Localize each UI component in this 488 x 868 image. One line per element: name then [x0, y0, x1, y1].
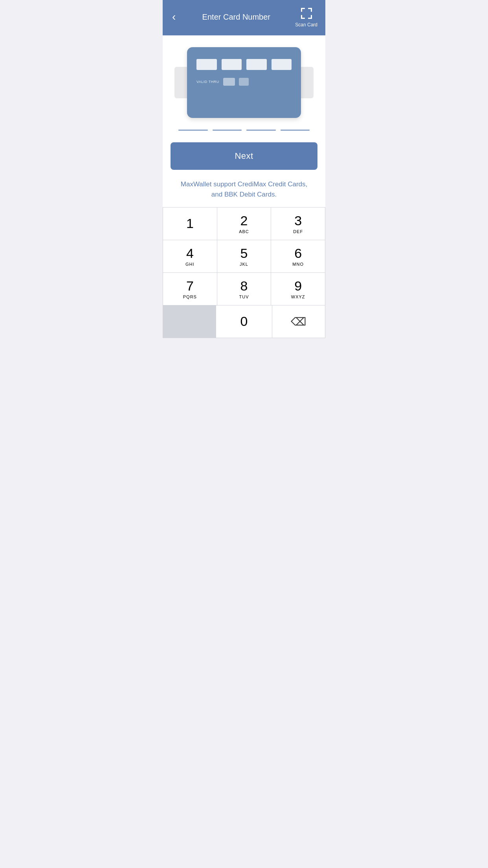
scan-icon	[299, 6, 314, 20]
digit-input-2[interactable]	[213, 130, 242, 131]
keypad-empty	[163, 305, 216, 338]
card-visual-container: VALID THRU	[171, 47, 317, 118]
key-number-8: 8	[240, 279, 248, 293]
input-fields-row	[171, 130, 317, 131]
valid-thru-label: VALID THRU	[196, 80, 219, 84]
key-letters-PQRS: PQRS	[183, 294, 197, 299]
delete-icon: ⌫	[291, 315, 306, 328]
key-2[interactable]: 2ABC	[217, 208, 271, 240]
key-7[interactable]: 7PQRS	[163, 273, 217, 305]
card-valid-mm	[223, 78, 235, 86]
header: ‹ Enter Card Number Scan Card	[163, 0, 325, 35]
svg-rect-7	[311, 15, 312, 19]
key-0[interactable]: 0	[216, 305, 272, 338]
keypad-row-3: 0⌫	[163, 305, 325, 338]
key-4[interactable]: 4GHI	[163, 240, 217, 272]
scan-card-button[interactable]: Scan Card	[294, 5, 319, 29]
keypad-row-1: 4GHI5JKL6MNO	[163, 240, 325, 272]
keypad-row-2: 7PQRS8TUV9WXYZ	[163, 273, 325, 305]
back-button[interactable]: ‹	[169, 8, 179, 26]
card-valid-row: VALID THRU	[196, 78, 292, 86]
svg-rect-1	[301, 8, 302, 12]
card-group-1	[196, 59, 217, 70]
next-button[interactable]: Next	[171, 142, 317, 170]
page-title: Enter Card Number	[179, 13, 294, 22]
card-group-2	[222, 59, 242, 70]
delete-button[interactable]: ⌫	[272, 305, 325, 338]
key-letters-ABC: ABC	[239, 229, 249, 234]
key-number-2: 2	[240, 213, 248, 228]
key-number-0: 0	[240, 314, 248, 329]
digit-input-1[interactable]	[178, 130, 208, 131]
key-number-7: 7	[186, 279, 194, 293]
credit-card: VALID THRU	[187, 47, 301, 118]
key-letters-DEF: DEF	[293, 229, 303, 234]
key-6[interactable]: 6MNO	[271, 240, 325, 272]
key-number-9: 9	[294, 279, 302, 293]
key-1[interactable]: 1	[163, 208, 217, 240]
digit-input-4[interactable]	[281, 130, 310, 131]
key-number-1: 1	[186, 216, 194, 231]
svg-rect-5	[301, 15, 302, 19]
key-3[interactable]: 3DEF	[271, 208, 325, 240]
digit-underline-4	[281, 130, 310, 131]
key-letters-JKL: JKL	[240, 262, 248, 267]
card-valid-yy	[239, 78, 249, 86]
key-letters-WXYZ: WXYZ	[291, 294, 305, 299]
key-letters-MNO: MNO	[292, 262, 304, 267]
key-letters-GHI: GHI	[185, 262, 194, 267]
keypad: 12ABC3DEF4GHI5JKL6MNO7PQRS8TUV9WXYZ0⌫	[163, 207, 325, 338]
key-8[interactable]: 8TUV	[217, 273, 271, 305]
card-number-row	[196, 59, 292, 70]
digit-underline-1	[178, 130, 208, 131]
svg-rect-3	[311, 8, 312, 12]
card-group-4	[272, 59, 292, 70]
key-number-4: 4	[186, 246, 194, 261]
card-group-3	[246, 59, 267, 70]
support-text: MaxWallet support CrediMax Credit Cards,…	[171, 179, 317, 199]
scan-label: Scan Card	[295, 22, 317, 28]
key-9[interactable]: 9WXYZ	[271, 273, 325, 305]
main-content: VALID THRU Next MaxWallet support CrediM…	[163, 35, 325, 207]
keypad-row-0: 12ABC3DEF	[163, 208, 325, 240]
digit-input-3[interactable]	[246, 130, 276, 131]
key-number-5: 5	[240, 246, 248, 261]
digit-underline-3	[246, 130, 276, 131]
key-5[interactable]: 5JKL	[217, 240, 271, 272]
key-letters-TUV: TUV	[239, 294, 249, 299]
digit-underline-2	[213, 130, 242, 131]
key-number-6: 6	[294, 246, 302, 261]
key-number-3: 3	[294, 213, 302, 228]
